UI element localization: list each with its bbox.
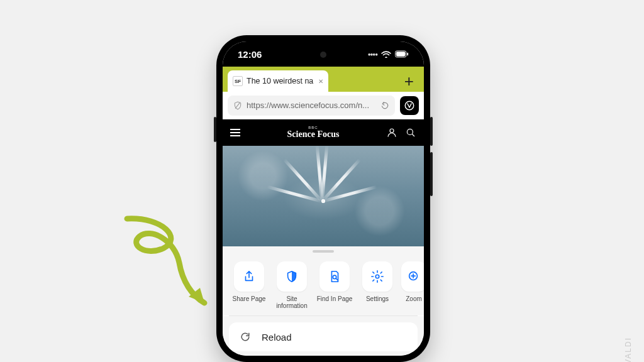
tab-strip: SF The 10 weirdest na ✕ + <box>223 67 424 92</box>
close-tab-icon[interactable]: ✕ <box>318 78 323 85</box>
phone-screen: 12:06 ●●●● SF The 10 weirdest na ✕ + htt… <box>223 41 424 356</box>
settings-label: Settings <box>358 295 396 302</box>
bottom-sheet-handle[interactable] <box>223 246 424 256</box>
share-icon <box>242 270 256 283</box>
phone-frame: 12:06 ●●●● SF The 10 weirdest na ✕ + htt… <box>216 35 430 362</box>
shield-icon <box>285 270 299 283</box>
share-page-button[interactable]: Share Page <box>230 261 268 309</box>
site-header: BBC Science Focus <box>223 119 424 146</box>
tab-favicon: SF <box>233 76 243 86</box>
article-hero-image <box>223 146 424 246</box>
address-bar-row: https://www.sciencefocus.com/n... <box>223 92 424 119</box>
svg-line-7 <box>412 134 414 136</box>
status-right: ●●●● <box>368 50 409 58</box>
site-brand-small: BBC <box>287 126 340 129</box>
tracker-blocker-icon <box>233 101 243 111</box>
zoom-icon <box>407 270 421 283</box>
svg-point-5 <box>390 129 394 133</box>
site-brand-name: Science Focus <box>287 129 340 139</box>
wifi-icon <box>381 50 391 58</box>
watermark-text: VIVALDI <box>624 337 633 362</box>
vivaldi-menu-button[interactable] <box>400 96 419 115</box>
svg-rect-1 <box>396 52 406 56</box>
find-in-page-label: Find In Page <box>316 295 353 302</box>
svg-rect-2 <box>407 53 408 56</box>
share-page-label: Share Page <box>230 295 268 302</box>
settings-button[interactable]: Settings <box>358 261 396 309</box>
tab-title: The 10 weirdest na <box>247 77 314 85</box>
svg-point-4 <box>405 101 414 110</box>
camera-notch <box>320 52 326 58</box>
battery-icon <box>395 50 409 58</box>
site-brand: BBC Science Focus <box>287 126 340 140</box>
watermark: VIVALDI <box>624 337 633 362</box>
svg-line-9 <box>336 278 338 280</box>
site-information-button[interactable]: Site information <box>273 261 311 309</box>
gear-icon <box>370 270 384 283</box>
svg-line-3 <box>235 102 240 108</box>
account-icon[interactable] <box>386 127 397 138</box>
hamburger-icon[interactable] <box>230 127 240 138</box>
annotation-arrow <box>94 214 220 314</box>
find-in-page-icon <box>328 270 341 283</box>
zoom-label: Zoom <box>401 295 424 302</box>
address-url: https://www.sciencefocus.com/n... <box>247 101 376 110</box>
browser-tab[interactable]: SF The 10 weirdest na ✕ <box>228 70 328 92</box>
quick-actions-row: Share Page Site information Find In Page… <box>223 256 424 315</box>
reload-label: Reload <box>262 332 292 343</box>
status-time: 12:06 <box>238 49 262 60</box>
reload-icon[interactable] <box>380 101 390 111</box>
zoom-button[interactable]: Zoom <box>401 261 424 309</box>
new-tab-button[interactable]: + <box>404 72 414 91</box>
search-icon[interactable] <box>405 127 416 138</box>
phone-side-button <box>214 117 216 142</box>
address-field[interactable]: https://www.sciencefocus.com/n... <box>228 96 395 116</box>
find-in-page-button[interactable]: Find In Page <box>316 261 353 309</box>
svg-point-10 <box>375 275 379 278</box>
reload-icon <box>239 331 252 343</box>
site-information-label: Site information <box>273 295 311 309</box>
reload-menu-item[interactable]: Reload <box>229 322 418 351</box>
svg-point-6 <box>407 129 413 134</box>
cellular-dots-icon: ●●●● <box>368 52 377 57</box>
menu-list: Reload <box>223 316 424 356</box>
